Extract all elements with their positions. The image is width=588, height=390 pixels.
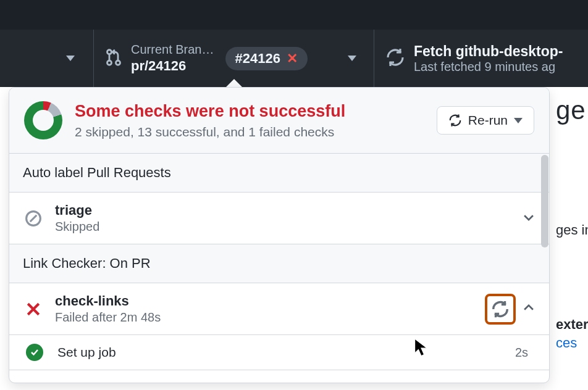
chevron-down-icon[interactable] — [522, 210, 536, 226]
checks-body: Auto label Pull Requests triage Skipped … — [9, 154, 549, 383]
job-row-triage[interactable]: triage Skipped — [9, 193, 549, 244]
check-circle-icon — [23, 344, 46, 361]
background-text-fragment: exter — [556, 317, 588, 333]
job-name: triage — [55, 202, 511, 218]
step-row[interactable]: Set up job 2s — [9, 335, 549, 370]
title-bar — [0, 0, 588, 30]
skip-icon — [23, 210, 44, 227]
chevron-down-icon — [66, 56, 75, 61]
git-pull-request-icon — [105, 48, 122, 70]
fetch-subtitle: Last fetched 9 minutes ag — [414, 60, 563, 74]
sync-icon — [491, 300, 510, 318]
rerun-button[interactable]: Re-run — [437, 106, 534, 135]
job-subtitle: Failed after 2m 48s — [55, 310, 474, 325]
checks-summary-text: Some checks were not successful 2 skippe… — [75, 101, 345, 139]
pr-number: #24126 — [235, 51, 280, 67]
fetch-title: Fetch github-desktop- — [414, 43, 563, 60]
chevron-down-icon — [348, 56, 356, 61]
checks-summary-subtitle: 2 skipped, 13 successful, and 1 failed c… — [75, 125, 345, 139]
scrollbar[interactable] — [540, 154, 549, 383]
fetch-labels: Fetch github-desktop- Last fetched 9 min… — [414, 43, 563, 74]
checks-list[interactable]: Auto label Pull Requests triage Skipped … — [9, 154, 549, 383]
branch-label: Current Bran… — [131, 42, 214, 57]
pr-status-badge[interactable]: #24126 ✕ — [225, 47, 308, 70]
main-toolbar: Current Bran… pr/24126 #24126 ✕ Fetch gi… — [0, 30, 588, 87]
workflow-header: Auto label Pull Requests — [9, 154, 549, 193]
toolbar-section-fetch[interactable]: Fetch github-desktop- Last fetched 9 min… — [374, 30, 588, 87]
background-text-fragment: ges in — [556, 222, 588, 238]
background-heading-fragment: ge — [556, 96, 586, 125]
chevron-up-icon[interactable] — [522, 301, 536, 317]
toolbar-section-branch[interactable]: Current Bran… pr/24126 #24126 ✕ — [94, 30, 374, 87]
chevron-down-icon — [514, 118, 523, 123]
sync-icon — [385, 48, 405, 70]
workflow-header: Link Checker: On PR — [9, 244, 549, 283]
sync-icon — [448, 114, 462, 127]
cursor-pointer — [414, 338, 429, 359]
branch-name: pr/24126 — [131, 57, 214, 75]
step-name: Set up job — [57, 345, 504, 360]
background-link-fragment[interactable]: ces — [556, 335, 577, 351]
rerun-job-button[interactable] — [485, 294, 516, 325]
x-icon — [23, 301, 44, 318]
scroll-thumb[interactable] — [541, 155, 548, 247]
rerun-label: Re-run — [468, 113, 508, 128]
checks-summary-header: Some checks were not successful 2 skippe… — [9, 88, 549, 154]
job-row-check-links[interactable]: check-links Failed after 2m 48s — [9, 283, 549, 335]
popover-arrow — [225, 79, 243, 88]
checks-donut-chart — [24, 101, 62, 139]
job-subtitle: Skipped — [55, 220, 511, 234]
ci-checks-popover: Some checks were not successful 2 skippe… — [9, 87, 550, 383]
step-duration: 2s — [515, 346, 528, 360]
checks-summary-title: Some checks were not successful — [75, 101, 345, 122]
job-name: check-links — [55, 293, 474, 309]
toolbar-section-repo[interactable] — [0, 30, 94, 87]
branch-labels: Current Bran… pr/24126 — [131, 42, 214, 75]
x-icon: ✕ — [287, 51, 298, 67]
